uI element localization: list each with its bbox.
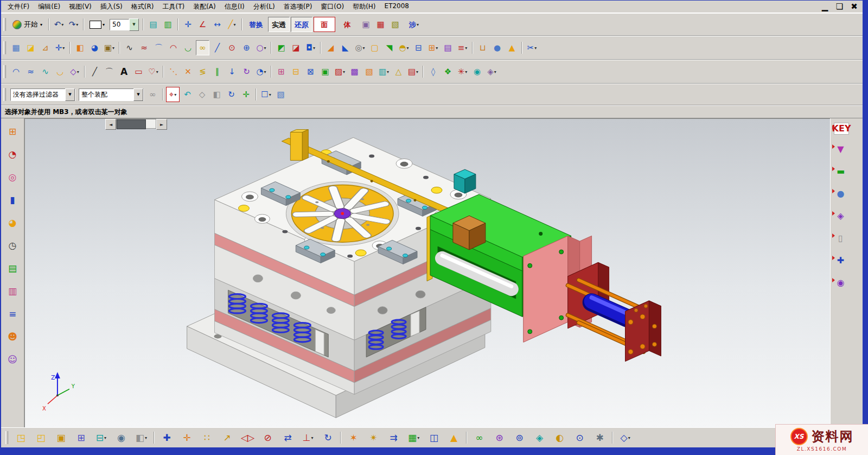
open-component-icon[interactable]: ◰ [34, 430, 48, 445]
n-sided-surface-icon[interactable]: ◇▾ [68, 64, 81, 79]
menu-item-4[interactable]: 插入(S) [96, 1, 127, 12]
datum-csys-icon[interactable]: ⊿ [39, 40, 52, 55]
subtract-icon[interactable]: ◪ [289, 40, 303, 55]
offset-curve-icon[interactable]: ∥ [210, 64, 224, 79]
n-sided-surface-icon-dropdown[interactable]: ▾ [77, 69, 79, 74]
orient-view-icon[interactable]: ↶ [181, 87, 194, 102]
measure-angle-icon[interactable]: ∠ [196, 17, 209, 32]
replace-button[interactable]: 替换 [245, 17, 267, 32]
menu-item-6[interactable]: 工具(T) [158, 1, 189, 12]
wave-linker-icon[interactable]: ∞ [473, 430, 486, 445]
clock-icon[interactable]: ◷ [6, 238, 20, 253]
datum-plane-icon[interactable]: ◪ [24, 40, 37, 55]
interpart-select-icon[interactable]: ∞ [146, 87, 159, 102]
intersect-icon-dropdown[interactable]: ▾ [313, 46, 315, 50]
selection-filter-combo[interactable]: 没有选择过滤器 ▼ [10, 89, 75, 101]
color-swatch-dropdown[interactable]: ▾ [103, 22, 105, 27]
work-layer-spinner[interactable]: 50 ▼ [110, 19, 139, 30]
wrap-curve-icon[interactable]: ↻ [240, 64, 253, 79]
interference-check-icon[interactable]: ▲ [447, 430, 461, 445]
boss-icon-dropdown[interactable]: ▾ [407, 46, 409, 50]
conic-icon[interactable]: ◠ [167, 40, 180, 55]
pattern-component-icon[interactable]: ∷ [200, 430, 214, 445]
move-component-icon[interactable]: ⇄ [281, 430, 295, 445]
x-form-icon-dropdown[interactable]: ▾ [465, 69, 467, 74]
toolbar-grip[interactable] [3, 65, 6, 78]
product-outline-icon[interactable]: ◈ [533, 430, 546, 445]
support-pillar[interactable] [315, 330, 324, 355]
part-family-icon[interactable]: ⊞ [6, 124, 20, 139]
assembly-navigator-icon[interactable]: ▼ [834, 142, 847, 157]
wade-button[interactable]: 涉▾ [403, 17, 425, 32]
layer-dropdown[interactable]: ▼ [129, 18, 139, 31]
selection-scope-combo[interactable]: 整个装配 ▼ [79, 89, 144, 101]
materials-icon[interactable]: ◉ [834, 275, 847, 290]
circle-icon[interactable]: ⊙ [225, 40, 239, 55]
process-studio-icon[interactable]: ✚ [834, 253, 847, 268]
thread-icon[interactable]: ≡▾ [456, 40, 469, 55]
rectangle-icon[interactable]: ▭ [132, 64, 145, 79]
menu-item-11[interactable]: 窗口(O) [316, 1, 348, 12]
cylinder-end-plate[interactable] [626, 301, 661, 362]
support-pillar[interactable] [411, 311, 419, 337]
wireframe-icon[interactable]: ◇ [195, 87, 209, 102]
hydraulic-cylinder[interactable] [568, 262, 661, 361]
selection-scope-dropdown[interactable]: ▼ [133, 89, 143, 101]
red-solid-icon[interactable]: ▦ [374, 17, 387, 32]
toolbar-grip[interactable] [3, 18, 6, 31]
suppress-component-icon[interactable]: ⊘ [261, 430, 275, 445]
part-module-icon-dropdown[interactable]: ▾ [494, 69, 496, 74]
start-dropdown[interactable]: ▾ [40, 22, 42, 27]
key-icon[interactable]: KEY [834, 123, 849, 135]
mass-properties-icon-dropdown[interactable]: ▾ [145, 435, 147, 440]
scroll-track[interactable] [116, 119, 156, 129]
block-primitive-icon[interactable]: ▣▾ [103, 40, 116, 55]
mirror-feature-icon[interactable]: ▣ [318, 64, 332, 79]
explode-assembly-icon[interactable]: ✶ [347, 430, 360, 445]
scroll-right-button[interactable]: ► [156, 119, 167, 130]
restore-button[interactable]: 还原 [291, 17, 312, 32]
gauge-icon[interactable]: ◔ [6, 147, 20, 162]
swept-surface-icon[interactable]: ◡ [53, 64, 67, 79]
bridge-curve-icon[interactable]: ◡ [181, 40, 195, 55]
target-icon[interactable]: ◎ [6, 169, 20, 185]
color-palette-icon[interactable]: ▥ [6, 283, 20, 299]
x-form-icon[interactable]: ✳▾ [456, 64, 469, 79]
toolbar-grip[interactable] [3, 41, 6, 54]
solid-transparent-button[interactable]: 实透 [268, 17, 290, 32]
sketch-icon[interactable]: ▦ [9, 40, 23, 55]
cylinder-primitive-icon[interactable]: ⊔ [476, 40, 489, 55]
assembly-settings-icon[interactable]: ✱ [593, 430, 607, 445]
revolve-icon[interactable]: ◕ [88, 40, 101, 55]
relations-browser-icon[interactable]: ⊚ [513, 430, 526, 445]
promote-body-icon[interactable]: ⊠ [304, 64, 317, 79]
menu-item-7[interactable]: 装配(A) [189, 1, 220, 12]
thread-icon-dropdown[interactable]: ▾ [465, 46, 467, 50]
isolate-component-icon[interactable]: ◐ [553, 430, 566, 445]
assembly-constraints-icon-dropdown[interactable]: ▾ [311, 435, 314, 440]
rectangle-select-icon-dropdown[interactable]: ▾ [269, 92, 271, 97]
patch-icon[interactable]: ▨▾ [333, 64, 347, 79]
delete-face-icon-dropdown[interactable]: ▾ [416, 69, 418, 74]
spreadsheet-icon[interactable]: ▤ [6, 261, 20, 276]
layer-settings-icon[interactable]: ▤ [146, 17, 160, 32]
thicken-icon[interactable]: ▧ [362, 64, 376, 79]
point-set-icon[interactable]: ⋱ [167, 64, 180, 79]
hole-icon-dropdown[interactable]: ▾ [363, 46, 365, 50]
through-curves-icon[interactable]: ≈ [24, 64, 37, 79]
history-palette-icon[interactable]: ▯ [834, 231, 847, 246]
point-tool-icon-dropdown[interactable]: ▾ [62, 46, 65, 50]
ruled-surface-icon[interactable]: ◠ [9, 64, 23, 79]
surface-analysis-icon[interactable]: ◔▾ [254, 64, 268, 79]
start-button[interactable]: 开始 ▾ [9, 18, 46, 31]
block-primitive-icon-dropdown[interactable]: ▾ [112, 46, 114, 50]
studio-spline-icon[interactable]: ≈ [137, 40, 151, 55]
sequence-icon[interactable]: ⇉ [387, 430, 400, 445]
pad-icon[interactable]: ⊞▾ [426, 40, 440, 55]
pan-view-icon[interactable]: ✛ [239, 87, 253, 102]
component-properties-icon[interactable]: ▣ [54, 430, 68, 445]
datum-display-icon-dropdown[interactable]: ▾ [628, 435, 630, 440]
menu-item-2[interactable]: 编辑(E) [34, 1, 65, 12]
measure-point-icon[interactable]: ✛ [181, 17, 195, 32]
collapse-assembly-icon[interactable]: ✴ [367, 430, 380, 445]
